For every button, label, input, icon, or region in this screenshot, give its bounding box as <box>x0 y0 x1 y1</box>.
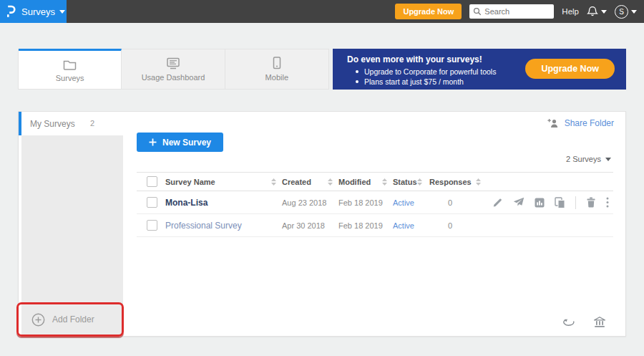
account-menu[interactable]: S <box>615 5 637 19</box>
table-row: Professional Survey Apr 30 2018 Feb 18 2… <box>137 214 613 237</box>
modified-date: Feb 18 2019 <box>338 198 383 207</box>
chevron-down-icon <box>605 158 611 161</box>
promo-banner: Do even more with your surveys! Upgrade … <box>333 49 626 90</box>
bank-icon[interactable] <box>594 317 605 328</box>
folders-sidebar: Add Folder <box>21 135 123 336</box>
created-date: Aug 23 2018 <box>282 198 326 207</box>
report-chart-icon[interactable] <box>535 198 545 208</box>
tab-label: Usage Dashboard <box>142 73 205 82</box>
responses-count: 0 <box>448 198 452 207</box>
copy-icon[interactable] <box>555 197 565 208</box>
row-checkbox[interactable] <box>147 197 157 208</box>
chevron-down-icon <box>59 10 65 14</box>
created-date: Apr 30 2018 <box>282 221 325 230</box>
sort-icon[interactable] <box>271 178 276 186</box>
send-plane-icon[interactable] <box>513 197 525 208</box>
surveys-table: Survey Name Created Modified Status <box>137 172 613 237</box>
folder-icon <box>63 58 77 70</box>
new-survey-button[interactable]: New Survey <box>137 133 223 152</box>
sort-icon[interactable] <box>328 178 333 186</box>
tab-usage-dashboard[interactable]: Usage Dashboard <box>122 49 225 89</box>
view-tabs: Surveys Usage Dashboard Mobile <box>18 49 329 90</box>
mobile-icon <box>273 57 281 69</box>
person-plus-icon <box>547 118 560 128</box>
banner-title: Do even more with your surveys! <box>347 54 482 64</box>
add-folder-label: Add Folder <box>52 314 94 324</box>
plus-icon <box>149 138 157 146</box>
sort-icon[interactable] <box>382 178 387 186</box>
survey-name-link[interactable]: Professional Survey <box>165 221 242 231</box>
chevron-down-icon <box>601 10 607 14</box>
avatar: S <box>615 5 628 19</box>
status-link[interactable]: Active <box>393 198 414 207</box>
more-kebab-icon[interactable] <box>606 197 609 208</box>
status-link[interactable]: Active <box>393 221 414 230</box>
plus-circle-icon <box>31 313 45 327</box>
app-menu-label: Surveys <box>21 6 55 17</box>
add-folder-button[interactable]: Add Folder <box>23 305 122 334</box>
share-folder-label: Share Folder <box>565 118 614 128</box>
tab-label: Mobile <box>265 73 288 82</box>
column-header-status[interactable]: Status <box>393 178 417 186</box>
dashboard-icon <box>166 57 180 69</box>
bullet-icon <box>356 80 358 83</box>
app-menu[interactable]: Surveys <box>0 0 67 23</box>
bullet-icon <box>356 70 358 73</box>
table-header-row: Survey Name Created Modified Status <box>137 172 613 191</box>
delete-trash-icon[interactable] <box>586 197 596 208</box>
notifications-button[interactable] <box>587 6 607 17</box>
table-row: Mona-Lisa Aug 23 2018 Feb 18 2019 Active… <box>137 191 613 214</box>
column-header-responses[interactable]: Responses <box>429 178 472 186</box>
surveys-panel: My Surveys 2 Share Folder Add Folder <box>18 111 626 337</box>
search-icon <box>473 7 482 16</box>
row-checkbox[interactable] <box>147 220 157 231</box>
folder-my-surveys[interactable]: My Surveys <box>30 119 75 129</box>
banner-bullet: Upgrade to Corporate for powerful tools <box>364 67 496 76</box>
folder-count-badge: 2 <box>90 119 94 128</box>
tab-mobile[interactable]: Mobile <box>225 49 328 89</box>
actions-divider <box>575 196 576 209</box>
search-box[interactable] <box>469 4 554 19</box>
help-link[interactable]: Help <box>562 7 579 16</box>
share-folder-button[interactable]: Share Folder <box>547 118 614 128</box>
banner-bullet: Plans start at just $75 / month <box>364 77 464 86</box>
tab-label: Surveys <box>56 74 84 82</box>
top-bar: Surveys Upgrade Now Help <box>0 0 644 23</box>
column-header-survey-name[interactable]: Survey Name <box>165 178 215 186</box>
sort-icon[interactable] <box>417 178 422 186</box>
edit-pencil-icon[interactable] <box>492 197 503 208</box>
search-input[interactable] <box>484 7 549 16</box>
select-all-checkbox[interactable] <box>147 176 157 187</box>
column-header-modified[interactable]: Modified <box>338 178 371 186</box>
modified-date: Feb 18 2019 <box>338 221 383 230</box>
banner-upgrade-button[interactable]: Upgrade Now <box>525 59 615 79</box>
column-header-created[interactable]: Created <box>282 178 311 186</box>
tab-surveys[interactable]: Surveys <box>19 49 122 89</box>
bell-icon <box>587 6 598 17</box>
upgrade-now-button[interactable]: Upgrade Now <box>395 4 462 19</box>
sort-icon[interactable] <box>476 178 481 186</box>
brand-logo-icon <box>6 5 16 18</box>
chevron-down-icon <box>631 10 637 14</box>
selected-folder-indicator <box>19 112 21 135</box>
responses-count: 0 <box>448 221 452 230</box>
restore-loop-icon[interactable] <box>563 318 575 327</box>
survey-count-dropdown[interactable]: 2 Surveys <box>566 155 611 163</box>
survey-name-link[interactable]: Mona-Lisa <box>165 198 208 208</box>
survey-count-label: 2 Surveys <box>566 155 601 163</box>
new-survey-label: New Survey <box>162 138 211 148</box>
